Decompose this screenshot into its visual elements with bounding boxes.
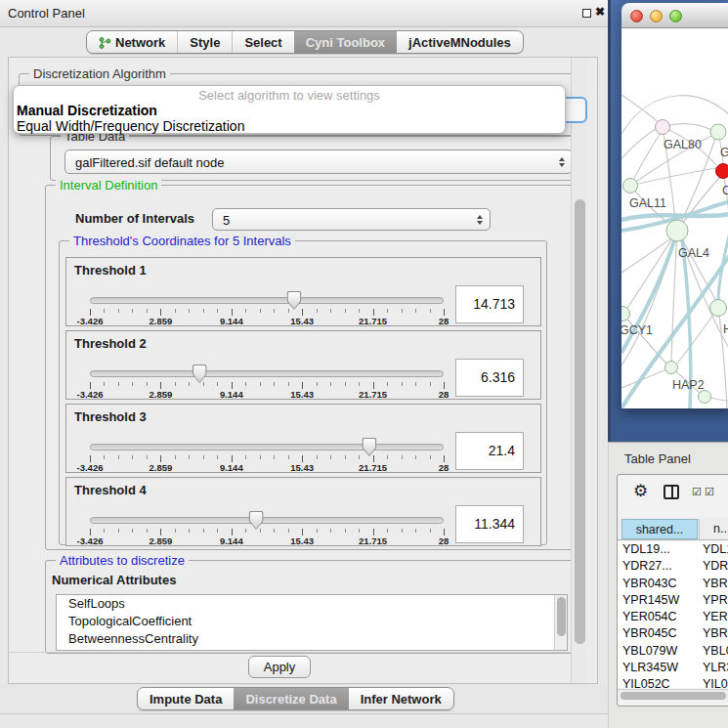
slider-track[interactable] xyxy=(90,370,444,377)
float-window-icon[interactable] xyxy=(582,9,591,18)
table-row[interactable]: YPR145WYPR1 xyxy=(618,592,728,609)
slider-scale: -3.4262.8599.14415.4321.71528 xyxy=(90,307,444,326)
table-row[interactable]: YBR045CYBR0 xyxy=(618,625,728,642)
table-header-row: shared... n... xyxy=(618,518,728,540)
table-horizontal-scrollbar[interactable] xyxy=(618,689,728,701)
tab-discretize-data[interactable]: Discretize Data xyxy=(234,688,348,709)
cell-name: YBR0 xyxy=(703,626,728,640)
list-item-betweennesscentrality[interactable]: BetweennessCentrality xyxy=(57,630,567,648)
interval-definition-group: Interval Definition Number of Intervals … xyxy=(45,185,575,550)
threshold-1-slider[interactable]: -3.4262.8599.14415.4321.71528 xyxy=(90,293,444,326)
columns-icon[interactable] xyxy=(664,485,679,499)
slider-scale: -3.4262.8599.14415.4321.71528 xyxy=(90,453,444,473)
checkbox-icon[interactable]: ☑ xyxy=(705,486,714,498)
table-row[interactable]: YIL052CYIL0 xyxy=(618,676,728,688)
slider-track[interactable] xyxy=(90,297,444,304)
threshold-2-value-field[interactable]: 6.316 xyxy=(455,359,524,397)
tab-network-label: Network xyxy=(115,35,165,50)
column-header-name[interactable]: n... xyxy=(699,519,728,539)
tab-impute-data[interactable]: Impute Data xyxy=(138,688,234,709)
network-desktop-background: GAL80 GA C GAL11 GAL4 GCY1 H HAP2 xyxy=(608,0,728,442)
table-data-combobox[interactable]: galFiltered.sif default node xyxy=(64,150,573,174)
threshold-4-slider[interactable]: -3.4262.8599.14415.4321.71528 xyxy=(90,513,444,546)
close-icon[interactable]: ✖ xyxy=(595,5,605,19)
network-node-red-selected[interactable] xyxy=(716,164,728,179)
numerical-attributes-list: SelfLoops TopologicalCoefficient Between… xyxy=(56,594,568,651)
slider-track[interactable] xyxy=(90,444,444,450)
threshold-2-panel: Threshold 2 -3.4262.8599.14415.4321.7152… xyxy=(65,330,541,400)
network-node-gcy1[interactable] xyxy=(621,307,630,321)
threshold-3-value-field[interactable]: 21.4 xyxy=(455,432,524,470)
table-row[interactable]: YDR27...YDR2 xyxy=(618,558,728,575)
network-node-h[interactable] xyxy=(710,300,727,317)
discretization-algorithm-title: Discretization Algorithm xyxy=(29,66,170,81)
close-traffic-light-icon[interactable] xyxy=(630,10,643,22)
threshold-3-panel: Threshold 3 -3.4262.8599.14415.4321.7152… xyxy=(65,404,541,473)
table-row[interactable]: YER054CYER0 xyxy=(618,609,728,625)
checkbox-icon[interactable]: ☑ xyxy=(692,486,702,498)
tab-infer-network[interactable]: Infer Network xyxy=(349,688,453,709)
gear-icon[interactable]: ⚙ xyxy=(633,483,648,499)
network-node-ga[interactable] xyxy=(710,124,726,140)
network-node-hap2[interactable] xyxy=(665,362,678,374)
network-node-gal80[interactable] xyxy=(656,120,670,135)
control-panel-tabbar: Network Style Select Cyni Toolbox jActiv… xyxy=(0,27,608,57)
interval-definition-title: Interval Definition xyxy=(56,178,161,193)
table-body: YDL19...YDL1 YDR27...YDR2 YBR043CYBR0 YP… xyxy=(618,541,728,688)
cell-name: YBL0 xyxy=(703,644,728,658)
table-row[interactable]: YDL19...YDL1 xyxy=(618,541,728,558)
apply-button[interactable]: Apply xyxy=(248,656,311,678)
threshold-1-value-field[interactable]: 14.713 xyxy=(455,285,524,323)
cell-name: YDR2 xyxy=(703,559,728,573)
stepper-arrows-icon xyxy=(559,157,565,167)
tab-jactivemnodules[interactable]: jActiveMNodules xyxy=(397,31,523,53)
slider-track[interactable] xyxy=(90,517,444,524)
minimize-traffic-light-icon[interactable] xyxy=(650,10,663,22)
tab-select[interactable]: Select xyxy=(232,31,293,53)
threshold-3-slider[interactable]: -3.4262.8599.14415.4321.71528 xyxy=(90,440,444,473)
number-of-intervals-label: Number of Intervals xyxy=(75,211,194,226)
algorithm-option-equal-width[interactable]: Equal Width/Frequency Discretization xyxy=(17,118,244,134)
scrollbar-thumb[interactable] xyxy=(621,692,726,700)
table-row[interactable]: YBL079WYBL0 xyxy=(618,643,728,660)
list-item-selfloops[interactable]: SelfLoops xyxy=(57,595,567,613)
network-node-gal11[interactable] xyxy=(623,179,638,193)
network-canvas[interactable]: GAL80 GA C GAL11 GAL4 GCY1 H HAP2 xyxy=(621,28,728,408)
network-node-partial[interactable] xyxy=(699,391,711,404)
network-node-gal4[interactable] xyxy=(666,220,688,241)
algorithm-dropdown-prompt[interactable]: Select algorithm to view settings xyxy=(14,88,565,103)
node-label: GCY1 xyxy=(621,323,653,337)
column-header-shared-name[interactable]: shared... xyxy=(621,519,698,539)
scrollbar-thumb[interactable] xyxy=(575,199,585,644)
tab-network[interactable]: Network xyxy=(87,31,177,53)
cell-name: YER0 xyxy=(703,610,728,623)
algorithm-option-manual[interactable]: Manual Discretization xyxy=(17,103,157,118)
threshold-2-label: Threshold 2 xyxy=(74,336,147,351)
cell-shared-name: YER054C xyxy=(622,610,697,623)
threshold-4-label: Threshold 4 xyxy=(74,483,147,497)
threshold-4-panel: Threshold 4 -3.4262.8599.14415.4321.7152… xyxy=(65,477,541,546)
table-data-value: galFiltered.sif default node xyxy=(75,154,224,169)
table-row[interactable]: YBR043CYBR0 xyxy=(618,576,728,592)
thresholds-coordinates-title: Threshold's Coordinates for 5 Intervals xyxy=(69,234,295,248)
panel-vertical-scrollbar[interactable] xyxy=(571,58,587,683)
attributes-list-scrollbar[interactable] xyxy=(554,595,567,650)
table-panel: Table Panel ⚙ ☑ ☑ shared... n... YDL19..… xyxy=(608,442,728,728)
threshold-2-slider[interactable]: -3.4262.8599.14415.4321.71528 xyxy=(90,366,444,400)
table-panel-title: Table Panel xyxy=(624,451,691,466)
tab-style[interactable]: Style xyxy=(177,31,232,53)
tab-cyni-toolbox[interactable]: Cyni Toolbox xyxy=(294,31,397,53)
cell-name: YBR0 xyxy=(703,577,728,590)
number-of-intervals-combobox[interactable]: 5 xyxy=(212,208,491,231)
zoom-traffic-light-icon[interactable] xyxy=(669,10,682,22)
threshold-4-value-field[interactable]: 11.344 xyxy=(455,505,524,543)
table-row[interactable]: YLR345WYLR3 xyxy=(618,660,728,676)
cell-shared-name: YPR145W xyxy=(622,593,697,607)
network-view-window[interactable]: GAL80 GA C GAL11 GAL4 GCY1 H HAP2 xyxy=(621,3,728,408)
bottom-tabbar: Impute Data Discretize Data Infer Networ… xyxy=(0,684,608,714)
list-item-topologicalcoefficient[interactable]: TopologicalCoefficient xyxy=(57,613,567,630)
cell-shared-name: YDR27... xyxy=(622,559,697,573)
table-data-group: Table Data galFiltered.sif default node xyxy=(50,136,585,181)
node-label: GAL11 xyxy=(629,196,666,210)
attributes-to-discretize-title: Attributes to discretize xyxy=(56,553,189,568)
